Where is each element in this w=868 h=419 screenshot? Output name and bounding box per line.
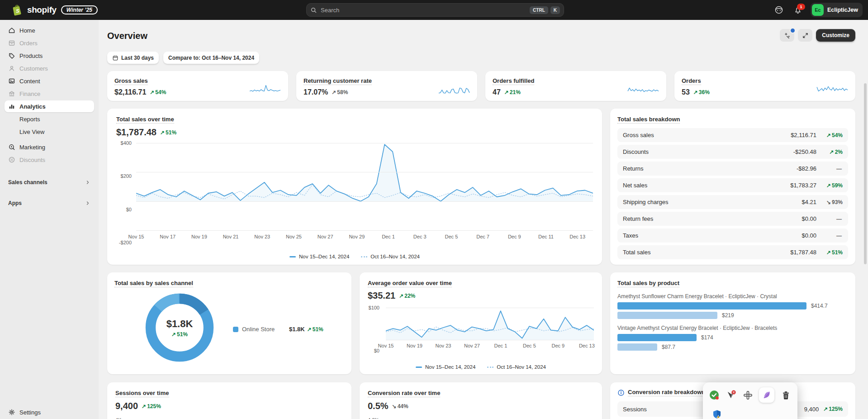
metric-card-orders-fulfilled[interactable]: Orders fulfilled 47 ↗21%: [485, 71, 666, 101]
notification-dot: [790, 28, 796, 33]
x-axis: Nov 15Nov 19Nov 23Nov 27Dec 1Dec 5Dec 9D…: [386, 343, 594, 349]
metric-card-returning-customer-rate[interactable]: Returning customer rate 17.07% ↗58%: [296, 71, 477, 101]
legend-current-period: Nov 15–Dec 14, 2024: [416, 364, 475, 370]
antivirus-check-icon[interactable]: [709, 390, 720, 400]
customize-button[interactable]: Customize: [816, 29, 855, 42]
conversion-title[interactable]: Conversion rate over time: [368, 390, 440, 397]
sidebar-item-marketing[interactable]: Marketing: [5, 141, 94, 153]
chevron-right-icon: [85, 200, 90, 206]
sidebar-section-apps[interactable]: Apps: [5, 197, 94, 209]
insights-button[interactable]: [780, 29, 794, 42]
product-bar-current[interactable]: [617, 302, 806, 309]
row-value: $2,116.71: [791, 132, 816, 138]
search-input[interactable]: [320, 6, 527, 14]
breakdown-row-taxes[interactable]: Taxes $0.00 —: [617, 229, 848, 243]
breakdown-row-shipping-charges[interactable]: Shipping charges $4.21 ↘93%: [617, 195, 848, 209]
row-value: $1,783.27: [790, 182, 816, 189]
sidebar: Home Orders Products Customers Content F…: [0, 20, 99, 419]
breakdown-row-return-fees[interactable]: Return fees $0.00 —: [617, 212, 848, 226]
metric-card-gross-sales[interactable]: Gross sales $2,116.71 ↗54%: [107, 71, 288, 101]
fullscreen-button[interactable]: [798, 29, 812, 42]
plot-area[interactable]: [386, 308, 594, 340]
breakdown-title[interactable]: Total sales breakdown: [617, 116, 680, 124]
sidebar-item-discounts[interactable]: Discounts: [5, 154, 94, 166]
sidebar-item-live-view[interactable]: Live View: [5, 126, 94, 138]
feather-extension-tile[interactable]: [759, 387, 774, 403]
metric-title[interactable]: Returning customer rate: [304, 77, 372, 85]
shopify-logo[interactable]: S shopify Winter ’25: [12, 0, 98, 20]
total-sales-plot: $400$200$0-$200 Nov 15Nov 17Nov 19Nov 21…: [116, 143, 593, 243]
shield-warning-icon[interactable]: [711, 409, 722, 419]
sidebar-item-products[interactable]: Products: [5, 50, 94, 62]
total-sales-over-time-card: Total sales over time $1,787.48 ↗51% $40…: [107, 109, 602, 265]
notifications-button[interactable]: 1: [792, 4, 804, 16]
sidebar-item-home[interactable]: Home: [5, 24, 94, 36]
sidebar-item-label: Discounts: [19, 157, 45, 163]
chart-title[interactable]: Total sales over time: [116, 116, 174, 124]
breakdown-row-gross-sales[interactable]: Gross sales $2,116.71 ↗54%: [617, 128, 848, 142]
products-icon: [8, 52, 15, 59]
products-title[interactable]: Total sales by product: [617, 280, 679, 287]
breakdown-row-returns[interactable]: Returns -$82.96 —: [617, 162, 848, 176]
sessions-title[interactable]: Sessions over time: [115, 390, 169, 397]
channel-title[interactable]: Total sales by sales channel: [114, 280, 193, 287]
channel-value: $1.8K: [289, 326, 305, 333]
aov-title[interactable]: Average order value over time: [368, 280, 452, 287]
magic-wand-icon: [783, 32, 791, 39]
sidebar-item-analytics[interactable]: Analytics: [5, 100, 94, 112]
sidebar-item-orders[interactable]: Orders: [5, 37, 94, 49]
compare-button[interactable]: Compare to: Oct 16–Nov 14, 2024: [163, 52, 259, 64]
breakdown-row-net-sales[interactable]: Net sales $1,783.27 ↗59%: [617, 178, 848, 192]
plot-area[interactable]: [136, 143, 593, 230]
dotted-line-marker: [487, 367, 493, 368]
line-chart: [386, 308, 594, 340]
trash-icon[interactable]: [780, 390, 791, 400]
line-chart: [136, 143, 593, 230]
donut-chart[interactable]: $1.8K ↗51%: [143, 291, 216, 364]
sidebar-item-customers[interactable]: Customers: [5, 62, 94, 74]
version-badge: Winter ’25: [61, 5, 98, 14]
v-logo-badge-icon[interactable]: [726, 390, 736, 400]
donut-center-value: $1.8K: [166, 318, 193, 330]
page-scrollbar[interactable]: [864, 83, 867, 264]
product-bar-current[interactable]: [617, 334, 697, 341]
sidebar-section-sales-channels[interactable]: Sales channels: [5, 176, 94, 188]
product-bar-previous[interactable]: [617, 343, 657, 351]
sidebar-item-reports[interactable]: Reports: [5, 113, 94, 125]
product-bar-previous[interactable]: [617, 312, 717, 319]
sidebar-item-finance[interactable]: Finance: [5, 88, 94, 100]
date-range-button[interactable]: Last 30 days: [107, 52, 159, 64]
sidebar-item-settings[interactable]: Settings: [5, 406, 94, 418]
sidebar-item-label: Products: [19, 52, 43, 59]
metric-card-orders[interactable]: Orders 53 ↗36%: [674, 71, 855, 101]
sidekick-button[interactable]: [773, 4, 785, 16]
conversion-breakdown-title[interactable]: Conversion rate breakdown: [628, 389, 705, 396]
analytics-icon: [8, 103, 15, 110]
metric-delta: ↗58%: [332, 89, 348, 95]
metric-title[interactable]: Orders: [682, 77, 701, 85]
info-icon[interactable]: [617, 389, 625, 396]
product-label[interactable]: Vintage Amethyst Crystal Energy Bracelet…: [617, 325, 848, 331]
solid-line-marker: [289, 256, 296, 257]
metric-title[interactable]: Orders fulfilled: [493, 77, 534, 85]
global-search[interactable]: CTRL K: [306, 3, 564, 17]
page-title: Overview: [107, 31, 147, 41]
account-menu[interactable]: Ec EclipticJew: [811, 3, 863, 17]
topbar: S shopify Winter ’25 CTRL K 1: [0, 0, 868, 20]
feather-icon: [762, 390, 772, 400]
solid-line-marker: [416, 367, 422, 368]
channel-legend[interactable]: Online Store $1.8K ↗51%: [233, 326, 323, 333]
calendar-icon: [112, 55, 119, 61]
kbd-ctrl: CTRL: [530, 6, 548, 14]
sidebar-item-content[interactable]: Content: [5, 75, 94, 87]
metric-value: $2,116.71: [114, 88, 146, 96]
metric-title[interactable]: Gross sales: [114, 77, 148, 85]
conversion-value: 0.5%: [368, 401, 389, 411]
y-tick-label: 4.0%: [368, 417, 379, 419]
sparkline-chart: [816, 83, 848, 95]
channel-swatch: [233, 327, 238, 332]
product-label[interactable]: Amethyst Sunflower Charm Energy Bracelet…: [617, 293, 848, 300]
breakdown-row-total-sales[interactable]: Total sales $1,787.48 ↗51%: [617, 245, 848, 259]
breakdown-row-discounts[interactable]: Discounts -$250.48 ↗2%: [617, 145, 848, 159]
knot-icon[interactable]: [742, 390, 753, 400]
